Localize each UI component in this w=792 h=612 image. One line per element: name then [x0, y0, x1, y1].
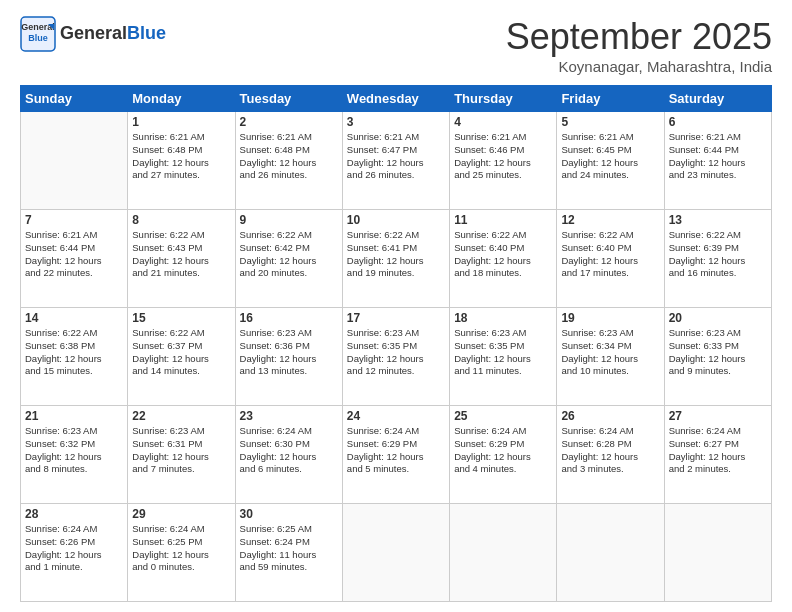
col-header-thursday: Thursday: [450, 86, 557, 112]
day-number: 16: [240, 311, 338, 325]
calendar-cell: [342, 504, 449, 602]
calendar-cell: 27Sunrise: 6:24 AM Sunset: 6:27 PM Dayli…: [664, 406, 771, 504]
calendar-cell: 30Sunrise: 6:25 AM Sunset: 6:24 PM Dayli…: [235, 504, 342, 602]
day-number: 21: [25, 409, 123, 423]
calendar-cell: [21, 112, 128, 210]
cell-info: Sunrise: 6:24 AM Sunset: 6:26 PM Dayligh…: [25, 523, 123, 574]
day-number: 11: [454, 213, 552, 227]
calendar-cell: 16Sunrise: 6:23 AM Sunset: 6:36 PM Dayli…: [235, 308, 342, 406]
col-header-sunday: Sunday: [21, 86, 128, 112]
calendar-cell: 22Sunrise: 6:23 AM Sunset: 6:31 PM Dayli…: [128, 406, 235, 504]
calendar-cell: 20Sunrise: 6:23 AM Sunset: 6:33 PM Dayli…: [664, 308, 771, 406]
calendar-cell: 14Sunrise: 6:22 AM Sunset: 6:38 PM Dayli…: [21, 308, 128, 406]
cell-info: Sunrise: 6:24 AM Sunset: 6:25 PM Dayligh…: [132, 523, 230, 574]
calendar-cell: 5Sunrise: 6:21 AM Sunset: 6:45 PM Daylig…: [557, 112, 664, 210]
cell-info: Sunrise: 6:24 AM Sunset: 6:29 PM Dayligh…: [454, 425, 552, 476]
cell-info: Sunrise: 6:22 AM Sunset: 6:42 PM Dayligh…: [240, 229, 338, 280]
calendar-header-row: SundayMondayTuesdayWednesdayThursdayFrid…: [21, 86, 772, 112]
calendar-week-row: 7Sunrise: 6:21 AM Sunset: 6:44 PM Daylig…: [21, 210, 772, 308]
day-number: 12: [561, 213, 659, 227]
calendar-week-row: 28Sunrise: 6:24 AM Sunset: 6:26 PM Dayli…: [21, 504, 772, 602]
cell-info: Sunrise: 6:22 AM Sunset: 6:37 PM Dayligh…: [132, 327, 230, 378]
logo-icon: General Blue: [20, 16, 56, 52]
day-number: 28: [25, 507, 123, 521]
calendar-cell: 15Sunrise: 6:22 AM Sunset: 6:37 PM Dayli…: [128, 308, 235, 406]
day-number: 5: [561, 115, 659, 129]
calendar-week-row: 1Sunrise: 6:21 AM Sunset: 6:48 PM Daylig…: [21, 112, 772, 210]
calendar-cell: 13Sunrise: 6:22 AM Sunset: 6:39 PM Dayli…: [664, 210, 771, 308]
calendar-cell: 8Sunrise: 6:22 AM Sunset: 6:43 PM Daylig…: [128, 210, 235, 308]
cell-info: Sunrise: 6:23 AM Sunset: 6:34 PM Dayligh…: [561, 327, 659, 378]
day-number: 10: [347, 213, 445, 227]
cell-info: Sunrise: 6:21 AM Sunset: 6:48 PM Dayligh…: [240, 131, 338, 182]
day-number: 8: [132, 213, 230, 227]
month-title: September 2025: [506, 16, 772, 58]
cell-info: Sunrise: 6:24 AM Sunset: 6:30 PM Dayligh…: [240, 425, 338, 476]
logo-general: GeneralBlue: [60, 24, 166, 44]
col-header-monday: Monday: [128, 86, 235, 112]
cell-info: Sunrise: 6:22 AM Sunset: 6:40 PM Dayligh…: [454, 229, 552, 280]
calendar-cell: 21Sunrise: 6:23 AM Sunset: 6:32 PM Dayli…: [21, 406, 128, 504]
calendar-week-row: 14Sunrise: 6:22 AM Sunset: 6:38 PM Dayli…: [21, 308, 772, 406]
svg-text:General: General: [21, 22, 55, 32]
calendar-cell: 26Sunrise: 6:24 AM Sunset: 6:28 PM Dayli…: [557, 406, 664, 504]
calendar-cell: 10Sunrise: 6:22 AM Sunset: 6:41 PM Dayli…: [342, 210, 449, 308]
logo: General Blue GeneralBlue: [20, 16, 166, 52]
calendar-cell: 17Sunrise: 6:23 AM Sunset: 6:35 PM Dayli…: [342, 308, 449, 406]
cell-info: Sunrise: 6:24 AM Sunset: 6:28 PM Dayligh…: [561, 425, 659, 476]
cell-info: Sunrise: 6:21 AM Sunset: 6:48 PM Dayligh…: [132, 131, 230, 182]
day-number: 4: [454, 115, 552, 129]
day-number: 30: [240, 507, 338, 521]
calendar-table: SundayMondayTuesdayWednesdayThursdayFrid…: [20, 85, 772, 602]
location: Koynanagar, Maharashtra, India: [506, 58, 772, 75]
calendar-cell: [557, 504, 664, 602]
cell-info: Sunrise: 6:23 AM Sunset: 6:32 PM Dayligh…: [25, 425, 123, 476]
calendar-cell: [450, 504, 557, 602]
cell-info: Sunrise: 6:24 AM Sunset: 6:27 PM Dayligh…: [669, 425, 767, 476]
day-number: 26: [561, 409, 659, 423]
col-header-friday: Friday: [557, 86, 664, 112]
calendar-cell: 3Sunrise: 6:21 AM Sunset: 6:47 PM Daylig…: [342, 112, 449, 210]
calendar-cell: 23Sunrise: 6:24 AM Sunset: 6:30 PM Dayli…: [235, 406, 342, 504]
page: General Blue GeneralBlue September 2025 …: [0, 0, 792, 612]
cell-info: Sunrise: 6:21 AM Sunset: 6:46 PM Dayligh…: [454, 131, 552, 182]
day-number: 17: [347, 311, 445, 325]
col-header-tuesday: Tuesday: [235, 86, 342, 112]
calendar-week-row: 21Sunrise: 6:23 AM Sunset: 6:32 PM Dayli…: [21, 406, 772, 504]
cell-info: Sunrise: 6:24 AM Sunset: 6:29 PM Dayligh…: [347, 425, 445, 476]
calendar-cell: 2Sunrise: 6:21 AM Sunset: 6:48 PM Daylig…: [235, 112, 342, 210]
cell-info: Sunrise: 6:23 AM Sunset: 6:33 PM Dayligh…: [669, 327, 767, 378]
day-number: 13: [669, 213, 767, 227]
col-header-wednesday: Wednesday: [342, 86, 449, 112]
day-number: 2: [240, 115, 338, 129]
day-number: 27: [669, 409, 767, 423]
calendar-cell: 12Sunrise: 6:22 AM Sunset: 6:40 PM Dayli…: [557, 210, 664, 308]
cell-info: Sunrise: 6:21 AM Sunset: 6:47 PM Dayligh…: [347, 131, 445, 182]
day-number: 22: [132, 409, 230, 423]
day-number: 3: [347, 115, 445, 129]
calendar-cell: [664, 504, 771, 602]
cell-info: Sunrise: 6:22 AM Sunset: 6:38 PM Dayligh…: [25, 327, 123, 378]
day-number: 1: [132, 115, 230, 129]
cell-info: Sunrise: 6:25 AM Sunset: 6:24 PM Dayligh…: [240, 523, 338, 574]
cell-info: Sunrise: 6:23 AM Sunset: 6:36 PM Dayligh…: [240, 327, 338, 378]
calendar-cell: 1Sunrise: 6:21 AM Sunset: 6:48 PM Daylig…: [128, 112, 235, 210]
calendar-cell: 19Sunrise: 6:23 AM Sunset: 6:34 PM Dayli…: [557, 308, 664, 406]
cell-info: Sunrise: 6:21 AM Sunset: 6:44 PM Dayligh…: [669, 131, 767, 182]
cell-info: Sunrise: 6:22 AM Sunset: 6:43 PM Dayligh…: [132, 229, 230, 280]
day-number: 15: [132, 311, 230, 325]
day-number: 25: [454, 409, 552, 423]
day-number: 20: [669, 311, 767, 325]
day-number: 6: [669, 115, 767, 129]
calendar-cell: 18Sunrise: 6:23 AM Sunset: 6:35 PM Dayli…: [450, 308, 557, 406]
calendar-cell: 9Sunrise: 6:22 AM Sunset: 6:42 PM Daylig…: [235, 210, 342, 308]
calendar-cell: 4Sunrise: 6:21 AM Sunset: 6:46 PM Daylig…: [450, 112, 557, 210]
calendar-cell: 25Sunrise: 6:24 AM Sunset: 6:29 PM Dayli…: [450, 406, 557, 504]
cell-info: Sunrise: 6:23 AM Sunset: 6:35 PM Dayligh…: [454, 327, 552, 378]
svg-text:Blue: Blue: [28, 33, 48, 43]
day-number: 24: [347, 409, 445, 423]
cell-info: Sunrise: 6:22 AM Sunset: 6:40 PM Dayligh…: [561, 229, 659, 280]
day-number: 7: [25, 213, 123, 227]
day-number: 19: [561, 311, 659, 325]
day-number: 29: [132, 507, 230, 521]
